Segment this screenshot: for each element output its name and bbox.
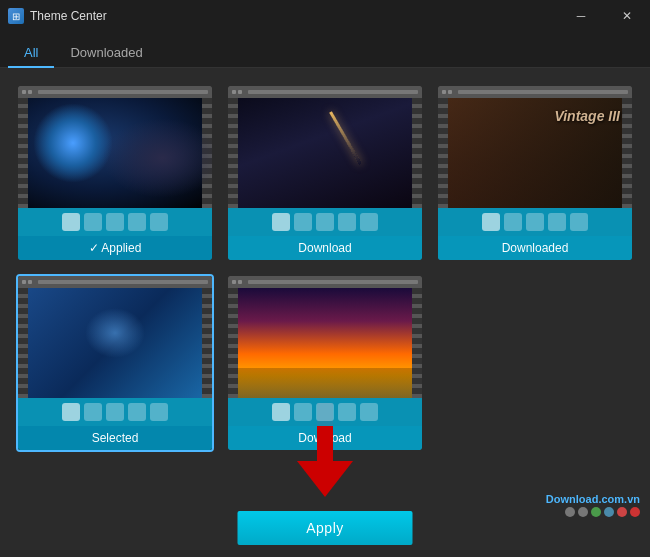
chrome-dot (238, 280, 242, 284)
taskbar-icon (272, 403, 290, 421)
screen-chrome-5 (228, 276, 422, 288)
bottom-section: Download.com.vn Apply (0, 417, 650, 557)
theme-thumbnail-3: Vintage III (438, 98, 632, 208)
theme-label-applied: ✓ Applied (18, 236, 212, 260)
theme-card-selected[interactable]: Selected (16, 274, 214, 452)
wdot-5 (617, 507, 627, 517)
arrow-head (297, 461, 353, 497)
chrome-dot (442, 90, 446, 94)
taskbar-icon (548, 213, 566, 231)
close-button[interactable]: ✕ (604, 0, 650, 32)
taskbar-icon (106, 213, 124, 231)
theme-label-download-1: Download (228, 236, 422, 260)
theme-grid: ✓ Applied Download (0, 68, 650, 468)
titlebar: ⊞ Theme Center ─ ✕ (0, 0, 650, 32)
tab-all[interactable]: All (8, 39, 54, 68)
taskbar-icon (128, 403, 146, 421)
taskbar-icon (150, 213, 168, 231)
chrome-bar (38, 90, 208, 94)
taskbar-icon (526, 213, 544, 231)
chrome-dot (448, 90, 452, 94)
taskbar-mock-5 (228, 398, 422, 426)
film-strip-2 (228, 98, 422, 208)
chrome-dot (238, 90, 242, 94)
taskbar-icon (150, 403, 168, 421)
taskbar-icon (272, 213, 290, 231)
chrome-bar (38, 280, 208, 284)
chrome-dot (28, 90, 32, 94)
taskbar-icon (62, 213, 80, 231)
taskbar-icon (360, 213, 378, 231)
chrome-dot (22, 280, 26, 284)
theme-thumbnail-2 (228, 98, 422, 208)
watermark: Download.com.vn (546, 493, 640, 505)
taskbar-icon (360, 403, 378, 421)
taskbar-icon (482, 213, 500, 231)
watermark-text: Download (546, 493, 599, 505)
taskbar-icon (62, 403, 80, 421)
theme-thumbnail-5 (228, 288, 422, 398)
film-strip-1 (18, 98, 212, 208)
chrome-dot (28, 280, 32, 284)
chrome-dot (232, 90, 236, 94)
theme-card-download-2[interactable]: Download (226, 274, 424, 452)
taskbar-icon (106, 403, 124, 421)
taskbar-icon (84, 403, 102, 421)
wdot-3 (591, 507, 601, 517)
theme-card-applied[interactable]: ✓ Applied (16, 84, 214, 262)
taskbar-icon (316, 213, 334, 231)
screen-chrome-1 (18, 86, 212, 98)
taskbar-icon (570, 213, 588, 231)
taskbar-mock-4 (18, 398, 212, 426)
taskbar-icon (504, 213, 522, 231)
chrome-dot (232, 280, 236, 284)
taskbar-mock-2 (228, 208, 422, 236)
film-strip-5 (228, 288, 422, 398)
watermark-dots (565, 507, 640, 517)
tab-bar: All Downloaded (0, 32, 650, 68)
theme-card-downloaded[interactable]: Vintage III Downloaded (436, 84, 634, 262)
taskbar-icon (84, 213, 102, 231)
theme-card-download-1[interactable]: Download (226, 84, 424, 262)
taskbar-icon (338, 213, 356, 231)
chrome-bar (458, 90, 628, 94)
window-title: Theme Center (30, 9, 107, 23)
screen-chrome-3 (438, 86, 632, 98)
screen-chrome-2 (228, 86, 422, 98)
apply-button[interactable]: Apply (238, 511, 413, 545)
chrome-dot (22, 90, 26, 94)
watermark-domain: .com.vn (598, 493, 640, 505)
window-controls: ─ ✕ (558, 0, 650, 32)
theme-label-downloaded: Downloaded (438, 236, 632, 260)
wdot-6 (630, 507, 640, 517)
taskbar-icon (338, 403, 356, 421)
taskbar-icon (128, 213, 146, 231)
taskbar-mock-1 (18, 208, 212, 236)
taskbar-mock-3 (438, 208, 632, 236)
taskbar-icon (316, 403, 334, 421)
wdot-2 (578, 507, 588, 517)
film-strip-4 (18, 288, 212, 398)
theme-thumbnail-4 (18, 288, 212, 398)
taskbar-icon (294, 213, 312, 231)
theme-thumbnail-1 (18, 98, 212, 208)
chrome-bar (248, 280, 418, 284)
chrome-bar (248, 90, 418, 94)
app-icon: ⊞ (8, 8, 24, 24)
taskbar-icon (294, 403, 312, 421)
tab-downloaded[interactable]: Downloaded (54, 39, 158, 68)
minimize-button[interactable]: ─ (558, 0, 604, 32)
screen-chrome-4 (18, 276, 212, 288)
wdot-1 (565, 507, 575, 517)
wdot-4 (604, 507, 614, 517)
